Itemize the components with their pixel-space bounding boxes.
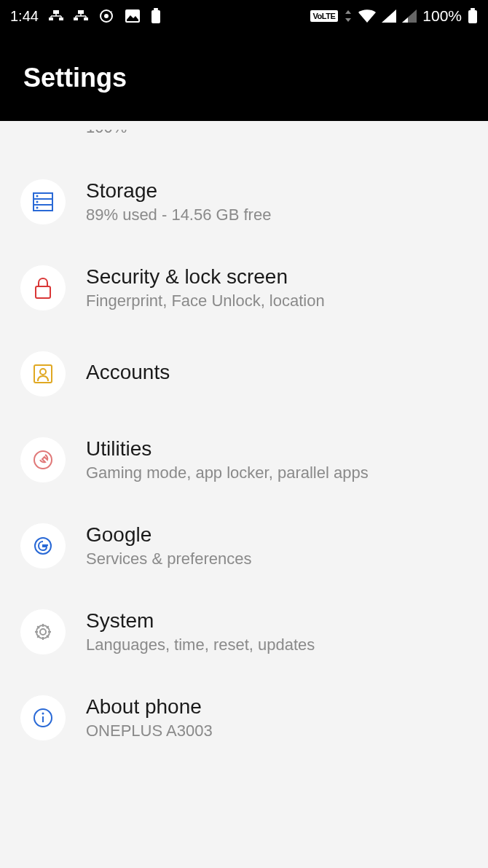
gear-icon (20, 609, 66, 654)
item-text: About phone ONEPLUS A3003 (86, 695, 468, 740)
svg-point-26 (36, 207, 39, 209)
storage-icon (20, 179, 66, 224)
item-subtitle: Languages, time, reset, updates (86, 636, 468, 654)
svg-rect-17 (151, 10, 160, 23)
item-text: Google Services & preferences (86, 523, 468, 568)
google-icon (20, 523, 66, 568)
settings-item-storage[interactable]: Storage 89% used - 14.56 GB free (0, 159, 488, 245)
svg-rect-1 (49, 17, 53, 20)
partial-subtitle: 100% (86, 130, 127, 137)
svg-rect-8 (74, 17, 78, 20)
network-icon-2 (74, 10, 88, 22)
svg-point-15 (104, 14, 109, 18)
item-text: Storage 89% used - 14.56 GB free (86, 179, 468, 224)
item-subtitle: Fingerprint, Face Unlock, location (86, 292, 468, 310)
settings-item-partial[interactable]: 100% (0, 130, 488, 159)
signal-icon-2 (402, 9, 417, 23)
battery-percent: 100% (422, 7, 462, 25)
page-header: Settings (0, 32, 488, 121)
data-arrows-icon (344, 10, 353, 22)
sync-icon (98, 8, 114, 24)
item-title: Storage (86, 179, 468, 203)
settings-item-accounts[interactable]: Accounts (0, 331, 488, 417)
item-subtitle: Services & preferences (86, 550, 468, 568)
item-title: Security & lock screen (86, 265, 468, 289)
svg-rect-20 (471, 8, 475, 10)
svg-point-29 (40, 369, 46, 375)
settings-item-google[interactable]: Google Services & preferences (0, 503, 488, 589)
network-icon (49, 10, 63, 22)
item-title: Google (86, 523, 468, 547)
svg-rect-27 (36, 286, 50, 298)
svg-rect-0 (53, 10, 59, 14)
status-bar: 1:44 VoLTE 100% (0, 0, 488, 32)
battery-icon-right (468, 8, 478, 24)
item-title: Accounts (86, 361, 468, 384)
status-time: 1:44 (10, 8, 39, 25)
settings-list: 100% Storage 89% used - 14.56 GB free Se… (0, 121, 488, 761)
status-left: 1:44 (10, 8, 161, 25)
svg-point-24 (36, 195, 39, 198)
utilities-icon (20, 437, 66, 482)
volte-badge: VoLTE (310, 10, 339, 22)
item-text: System Languages, time, reset, updates (86, 609, 468, 654)
lock-icon (20, 265, 66, 310)
status-right: VoLTE 100% (310, 7, 478, 25)
info-icon (20, 695, 66, 740)
item-title: System (86, 609, 468, 633)
svg-point-25 (36, 201, 39, 203)
item-subtitle: 89% used - 14.56 GB free (86, 206, 468, 224)
svg-rect-2 (59, 17, 63, 20)
signal-icon-1 (382, 9, 396, 23)
image-icon (125, 9, 141, 23)
item-subtitle: ONEPLUS A3003 (86, 722, 468, 740)
item-text: Utilities Gaming mode, app locker, paral… (86, 437, 468, 482)
svg-rect-7 (78, 10, 84, 14)
item-title: About phone (86, 695, 468, 719)
accounts-icon (20, 351, 66, 396)
settings-item-utilities[interactable]: Utilities Gaming mode, app locker, paral… (0, 417, 488, 503)
settings-item-security[interactable]: Security & lock screen Fingerprint, Face… (0, 245, 488, 331)
item-subtitle: Gaming mode, app locker, parallel apps (86, 464, 468, 482)
battery-icon-left (151, 8, 161, 24)
svg-point-35 (42, 713, 44, 715)
item-text: Security & lock screen Fingerprint, Face… (86, 265, 468, 310)
settings-item-about[interactable]: About phone ONEPLUS A3003 (0, 675, 488, 761)
svg-rect-19 (468, 10, 477, 23)
settings-item-system[interactable]: System Languages, time, reset, updates (0, 589, 488, 675)
wifi-icon (358, 9, 376, 23)
page-title: Settings (23, 63, 465, 93)
svg-rect-9 (84, 17, 88, 20)
item-title: Utilities (86, 437, 468, 461)
item-text: Accounts (86, 361, 468, 387)
svg-rect-18 (154, 8, 158, 10)
svg-point-33 (36, 625, 50, 638)
svg-point-32 (40, 629, 46, 635)
